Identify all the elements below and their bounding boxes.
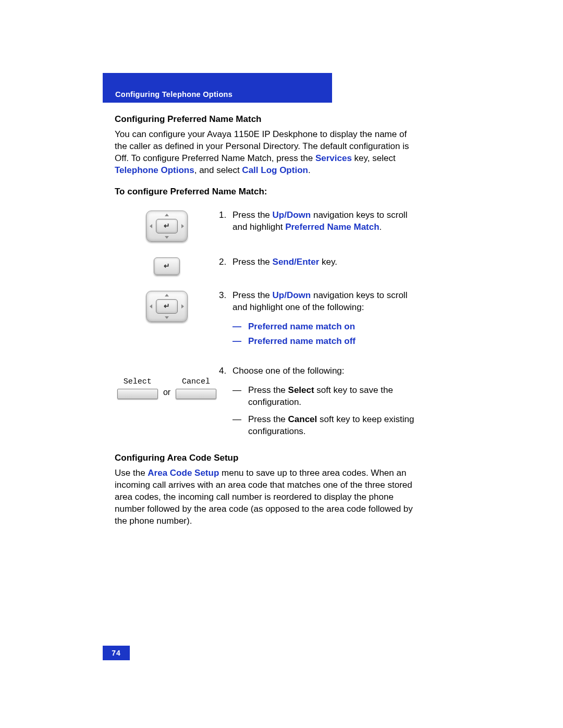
nav-pad-icon: ↵ [146, 211, 188, 242]
section-heading: Configuring Area Code Setup [115, 452, 414, 464]
nav-pad-icon: ↵ [146, 291, 188, 322]
step-subtext: Press the Select soft key to save the co… [248, 385, 414, 409]
intro-text: key, select [352, 153, 396, 163]
softkeys-icon: Select or Cancel [117, 377, 216, 399]
enter-key-icon: ↵ [154, 257, 180, 275]
section-heading: Configuring Preferred Name Match [115, 114, 414, 126]
step-text: Press the [232, 257, 273, 267]
step-body: Press the Up/Down navigation keys to scr… [232, 209, 414, 233]
area-code-paragraph: Use the Area Code Setup menu to save up … [115, 467, 414, 527]
steps-list: ↵ 1. Press the Up/Down navigation keys t… [115, 209, 414, 443]
intro-text: , and select [194, 165, 242, 175]
dash-bullet: — [232, 385, 248, 409]
step-body: Choose one of the following: — Press the… [232, 365, 414, 443]
step-row: ↵ 2. Press the Send/Enter key. [115, 256, 414, 275]
cancel-label: Cancel [182, 377, 210, 387]
step-row: Select or Cancel 4. Choose one of the fo… [115, 365, 414, 443]
step-body: Press the Up/Down navigation keys to scr… [232, 290, 414, 351]
step-subtext: Press the Cancel soft key to keep existi… [248, 414, 414, 438]
para-text: Use the [115, 468, 148, 478]
select-label: Select [124, 377, 152, 387]
preferred-name-match-link: Preferred Name Match [285, 222, 379, 232]
cancel-softkey-icon: Cancel [176, 377, 216, 399]
procedure-subhead: To configure Preferred Name Match: [115, 186, 414, 198]
dash-bullet: — [232, 414, 248, 438]
step-text: Choose one of the following: [232, 366, 345, 376]
step-text: . [380, 222, 382, 232]
section-area-code: Configuring Area Code Setup Use the Area… [115, 452, 414, 527]
step-text: Press the [248, 385, 288, 395]
step-number: 1. [219, 209, 232, 233]
step-number: 3. [219, 290, 232, 351]
step-number: 4. [219, 365, 232, 443]
document-page: Configuring Telephone Options Configurin… [0, 0, 563, 728]
step-row: ↵ 1. Press the Up/Down navigation keys t… [115, 209, 414, 242]
up-down-link: Up/Down [273, 210, 311, 220]
step-text: key. [319, 257, 337, 267]
dash-bullet: — [232, 321, 248, 333]
option-on: Preferred name match on [248, 321, 355, 333]
services-link: Services [315, 153, 352, 163]
step-text: Press the [248, 414, 288, 424]
intro-text: . [308, 165, 311, 175]
send-enter-link: Send/Enter [273, 257, 320, 267]
chapter-title: Configuring Telephone Options [115, 90, 232, 98]
cancel-bold: Cancel [288, 414, 317, 424]
up-down-link: Up/Down [273, 290, 311, 300]
step-text: Press the [232, 290, 273, 300]
option-off: Preferred name match off [248, 336, 356, 348]
telephone-options-link: Telephone Options [115, 165, 194, 175]
step-body: Press the Send/Enter key. [232, 256, 414, 268]
call-log-option-link: Call Log Option [242, 165, 308, 175]
select-softkey-icon: Select [117, 377, 158, 399]
dash-bullet: — [232, 336, 248, 348]
intro-paragraph: You can configure your Avaya 1150E IP De… [115, 129, 414, 177]
select-bold: Select [288, 385, 314, 395]
step-text: Press the [232, 210, 273, 220]
chapter-header-bar: Configuring Telephone Options [103, 73, 332, 103]
or-text: or [163, 378, 170, 398]
page-content: Configuring Preferred Name Match You can… [115, 114, 414, 537]
step-row: ↵ 3. Press the Up/Down navigation keys t… [115, 290, 414, 351]
step-number: 2. [219, 256, 232, 268]
page-number: 74 [103, 646, 130, 660]
area-code-setup-link: Area Code Setup [148, 468, 219, 478]
